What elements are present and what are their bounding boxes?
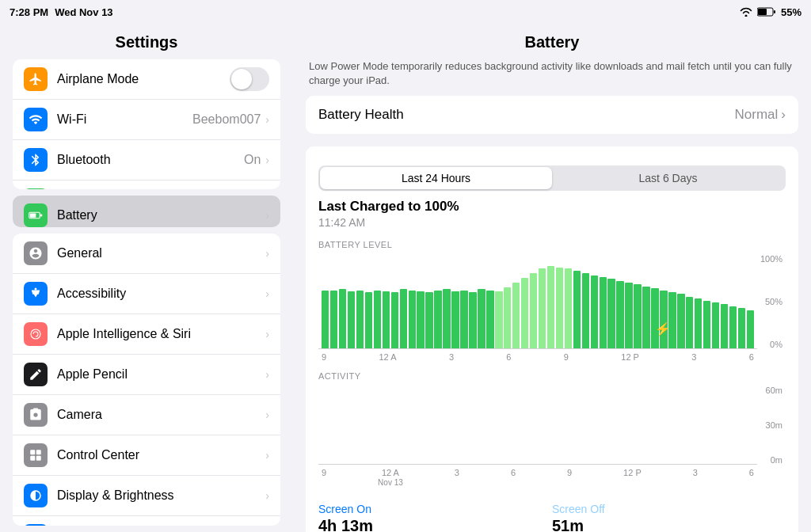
sidebar-item-battery[interactable]: Battery › [13,196,280,227]
battery-health-label: Battery Health [318,107,404,123]
airplane-toggle-thumb [231,69,252,89]
sidebar[interactable]: Settings Airplane Mode [0,24,293,532]
display-label: Display & Brightness [57,488,265,503]
battery-bar [616,281,623,349]
wifi-chevron: › [265,113,269,126]
settings-group-connectivity: Airplane Mode Wi-Fi Beebom007 › [13,59,280,189]
battery-icon-wrap [24,203,48,227]
battery-bar [330,291,337,349]
wifi-icon [740,7,752,17]
sidebar-item-bluetooth[interactable]: Bluetooth On › [13,140,280,180]
camera-icon-wrap [24,403,48,427]
last-charged-time: 11:42 AM [318,216,786,229]
accessibility-icon [29,287,43,301]
sidebar-item-accessibility[interactable]: Accessibility › [13,274,280,314]
battery-health-text: Normal [735,107,779,123]
svg-point-6 [35,287,37,290]
battery-bar [539,268,546,348]
status-right: 55% [740,6,801,18]
bluetooth-icon-wrap [24,148,48,172]
segment-24h[interactable]: Last 24 Hours [320,167,552,189]
segment-6d[interactable]: Last 6 Days [552,167,784,189]
battery-bar [460,291,467,349]
sidebar-item-display[interactable]: Display & Brightness › [13,476,280,516]
siri-label: Apple Intelligence & Siri [57,327,265,341]
sidebar-item-home-screen[interactable]: Home Screen & App Library › [13,516,280,526]
activity-chart: 60m 30m 0m [318,386,786,465]
battery-bar [677,294,684,348]
svg-rect-4 [30,213,36,217]
battery-health-row[interactable]: Battery Health Normal › [306,96,798,134]
battery-chart-card: Last 24 Hours Last 6 Days Last Charged t… [306,146,798,532]
battery-bar [642,287,649,349]
battery-bar [556,268,563,348]
battery-bar [625,283,632,348]
battery-bar [607,279,615,348]
lightning-icon: ⚡ [655,321,671,336]
sidebar-item-control-center[interactable]: Control Center › [13,435,280,476]
battery-bar [573,271,581,349]
battery-bar [651,288,658,348]
battery-chart-area [318,254,757,349]
pencil-icon [29,367,43,382]
battery-bar [747,310,754,349]
pencil-label: Apple Pencil [57,367,265,382]
battery-percent: 55% [781,6,801,18]
siri-icon [29,327,43,341]
battery-bar [400,289,407,348]
screen-on-label: Screen On [318,503,552,515]
screen-on-stat: Screen On 4h 13m [318,503,552,532]
main-layout: Settings Airplane Mode [0,24,811,532]
activity-section: ACTIVITY 60m 30m 0m 9 12 [318,371,786,487]
screen-off-stat: Screen Off 51m [552,503,786,532]
accessibility-label: Accessibility [57,287,265,301]
sidebar-item-general[interactable]: General › [13,234,280,274]
svg-rect-10 [30,456,35,461]
battery-level-label: BATTERY LEVEL [318,240,786,249]
sidebar-item-cellular[interactable]: Cellular Data › [13,180,280,189]
status-left: 7:28 PM Wed Nov 13 [10,6,113,18]
wifi-value: Beebom007 [192,112,261,127]
battery-status-icon [757,7,776,17]
sidebar-item-apple-pencil[interactable]: Apple Pencil › [13,355,280,395]
sidebar-item-airplane[interactable]: Airplane Mode [13,59,280,100]
camera-label: Camera [57,408,265,422]
airplane-toggle[interactable] [230,67,269,91]
activity-x-labels: 9 12 ANov 13 3 6 9 12 P 3 6 [318,465,757,487]
battery-bar [504,287,511,348]
svg-rect-11 [36,456,41,461]
screen-off-label: Screen Off [552,503,786,515]
wifi-setting-icon [29,112,43,127]
airplane-label: Airplane Mode [57,72,230,86]
date: Wed Nov 13 [55,6,112,18]
control-center-chevron: › [265,449,269,462]
siri-icon-wrap [24,322,48,346]
home-icon-wrap [24,524,48,526]
time: 7:28 PM [10,6,48,18]
sidebar-item-wifi[interactable]: Wi-Fi Beebom007 › [13,100,280,140]
svg-point-7 [31,329,40,339]
battery-bar [530,273,537,348]
screen-off-value: 51m [552,517,786,532]
svg-rect-1 [758,9,767,15]
battery-bar [712,302,719,348]
detail-title: Battery [293,24,811,59]
battery-bar [339,289,346,348]
bluetooth-label: Bluetooth [57,153,244,167]
battery-bar [695,298,702,348]
battery-bar [495,291,502,349]
battery-bar [322,291,329,349]
sidebar-item-camera[interactable]: Camera › [13,395,280,435]
battery-health-chevron: › [781,107,786,123]
battery-health-card[interactable]: Battery Health Normal › [306,96,798,134]
battery-bar [417,291,424,349]
wifi-label: Wi-Fi [57,112,192,127]
general-label: General [57,246,265,260]
battery-bar [660,291,667,349]
general-icon-wrap [24,241,48,265]
svg-rect-5 [40,214,42,216]
sidebar-item-apple-intelligence[interactable]: Apple Intelligence & Siri › [13,314,280,355]
battery-bar [391,292,398,348]
time-segment-control[interactable]: Last 24 Hours Last 6 Days [318,165,786,191]
battery-bar [634,284,641,348]
